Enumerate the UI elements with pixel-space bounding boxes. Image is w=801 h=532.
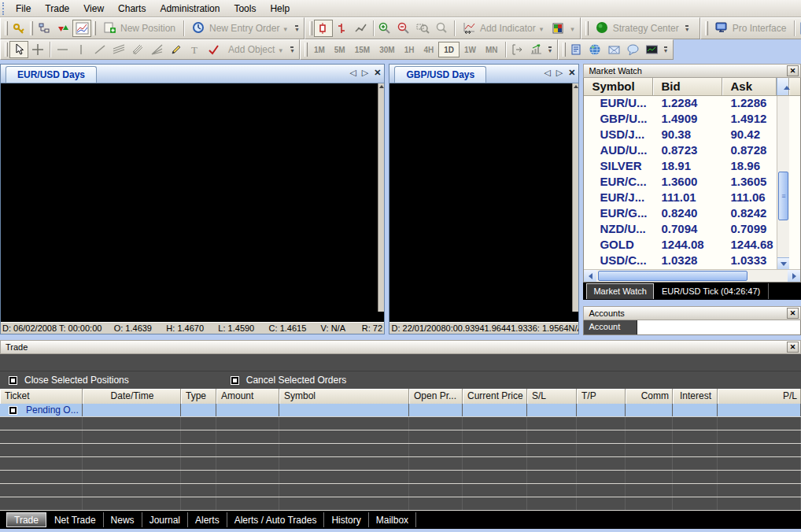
toolbar-overflow-icon[interactable] <box>293 20 301 36</box>
chat-button[interactable] <box>624 41 643 58</box>
scroll-left-icon[interactable] <box>584 270 596 282</box>
symbol-column-header[interactable]: Symbol <box>584 78 653 95</box>
add-indicator-button[interactable]: Add Indicator <box>457 20 548 37</box>
vertical-line-tool-button[interactable] <box>72 41 90 58</box>
col-comm[interactable]: Comm <box>626 389 673 404</box>
next-chart-icon[interactable] <box>556 68 563 78</box>
web-browser-button[interactable] <box>586 41 605 58</box>
mail-button[interactable] <box>605 41 624 58</box>
horizontal-line-tool-button[interactable] <box>53 41 72 58</box>
col-pl[interactable]: P/L <box>718 389 801 404</box>
tab-net-trade[interactable]: Net Trade <box>47 512 104 527</box>
new-entry-order-button[interactable]: New Entry Order <box>186 20 293 37</box>
pending-orders-row[interactable]: Pending O... <box>0 404 801 417</box>
buy-sell-arrows-button[interactable] <box>54 20 72 37</box>
col-tp[interactable]: T/P <box>577 389 626 404</box>
timeframe-1h-button[interactable]: 1H <box>400 42 419 57</box>
col-symbol[interactable]: Symbol <box>279 389 409 404</box>
eurusd-candles-canvas[interactable] <box>1 83 382 312</box>
fan-lines-tool-button[interactable] <box>147 41 166 58</box>
auto-scroll-button[interactable] <box>527 41 546 58</box>
market-row[interactable]: EUR/C...1.36001.3605 <box>584 175 777 190</box>
tab-journal[interactable]: Journal <box>142 512 188 527</box>
timeframe-15m-button[interactable]: 15M <box>350 42 375 57</box>
chart-shift-button[interactable] <box>508 41 527 58</box>
menu-tools[interactable]: Tools <box>227 1 263 17</box>
timeframe-mn-button[interactable]: MN <box>481 42 503 57</box>
hscroll-thumb[interactable] <box>598 271 747 281</box>
market-row[interactable]: SILVER18.9118.96 <box>584 159 777 175</box>
candlestick-chart-button[interactable] <box>314 20 333 37</box>
pro-interface-button[interactable]: Pro Interface <box>710 20 792 37</box>
tab-alerts-auto-trades[interactable]: Alerts / Auto Trades <box>227 512 325 527</box>
terminal-button[interactable] <box>643 41 662 58</box>
bid-column-header[interactable]: Bid <box>653 78 722 95</box>
market-row[interactable]: USD/J...90.3890.42 <box>584 127 777 143</box>
zoom-area-button[interactable] <box>414 20 433 37</box>
col-datetime[interactable]: Date/Time <box>83 389 181 404</box>
close-chart-icon[interactable] <box>568 68 575 78</box>
account-column-header[interactable]: Account <box>584 320 637 334</box>
col-sl[interactable]: S/L <box>527 389 577 404</box>
tab-news[interactable]: News <box>104 512 142 527</box>
add-object-button[interactable]: Add Object <box>223 41 288 58</box>
tab-eurusd-days[interactable]: EUR/USD Days <box>6 66 97 83</box>
timeframe-4h-button[interactable]: 4H <box>419 42 438 57</box>
tab-market-watch[interactable]: Market Watch <box>586 283 653 299</box>
draw-tool-button[interactable] <box>166 41 185 58</box>
scroll-down-icon[interactable] <box>777 257 789 269</box>
timeframe-5m-button[interactable]: 5M <box>330 42 350 57</box>
scroll-right-icon[interactable] <box>788 270 800 282</box>
chart-colors-button[interactable] <box>548 20 567 37</box>
timeframe-1w-button[interactable]: 1W <box>460 42 481 57</box>
draw-toolbar-overflow-icon[interactable] <box>288 42 297 57</box>
scroll-up-icon[interactable] <box>777 78 789 95</box>
tab-trade[interactable]: Trade <box>6 512 46 527</box>
accounts-tree-button[interactable] <box>35 20 54 37</box>
symbol-mark-tool-button[interactable] <box>204 41 223 58</box>
close-icon[interactable]: ✕ <box>787 308 799 319</box>
market-row[interactable]: AUD/U...0.87230.8728 <box>584 143 777 159</box>
crosshair-tool-button[interactable] <box>28 41 47 58</box>
text-tool-button[interactable]: T <box>185 41 204 58</box>
timeframe-30m-button[interactable]: 30M <box>375 42 399 57</box>
line-chart-button[interactable] <box>352 20 371 37</box>
market-row[interactable]: EUR/U...1.22841.2286 <box>584 96 777 112</box>
new-entry-order-caret-icon[interactable] <box>283 23 287 34</box>
add-indicator-caret-icon[interactable] <box>540 23 544 34</box>
market-row[interactable]: NZD/U...0.70940.7099 <box>584 222 777 238</box>
zoom-in-button[interactable] <box>376 20 395 37</box>
tab-history[interactable]: History <box>324 512 368 527</box>
pointer-tool-button[interactable] <box>9 41 28 58</box>
tab-mailbox[interactable]: Mailbox <box>369 512 416 527</box>
eurusd-axis-scrollbar[interactable] <box>378 83 384 312</box>
timeframe-1m-button[interactable]: 1M <box>309 42 330 57</box>
market-row[interactable]: GBP/U...1.49091.4912 <box>584 112 777 127</box>
next-chart-icon[interactable] <box>362 68 368 78</box>
connection-key-button[interactable] <box>9 20 28 37</box>
market-row[interactable]: GOLD1244.081244.68 <box>584 238 777 253</box>
trendline-tool-button[interactable] <box>90 41 109 58</box>
zoom-default-button[interactable] <box>433 20 452 37</box>
market-row[interactable]: USD/C...1.03281.0333 <box>584 253 777 269</box>
timeframe-toolbar-overflow-icon[interactable] <box>546 42 555 57</box>
ohlc-bar-chart-button[interactable] <box>333 20 352 37</box>
apps-toolbar-overflow-icon[interactable] <box>662 42 670 57</box>
market-watch-hscrollbar[interactable] <box>584 269 800 282</box>
add-object-caret-icon[interactable] <box>279 44 282 55</box>
prev-chart-icon[interactable] <box>349 68 356 78</box>
col-type[interactable]: Type <box>181 389 216 404</box>
gbpusd-candles-canvas[interactable] <box>389 83 573 312</box>
market-watch-vscrollbar[interactable] <box>777 96 789 269</box>
close-icon[interactable]: ✕ <box>787 342 799 353</box>
arrange-windows-button[interactable] <box>797 20 801 37</box>
menu-administration[interactable]: Administration <box>153 1 227 17</box>
row-checkbox[interactable] <box>9 407 17 414</box>
notes-button[interactable] <box>567 41 586 58</box>
gbpusd-axis-scrollbar[interactable] <box>572 83 578 312</box>
eurusd-chart-plot[interactable] <box>1 83 384 312</box>
ask-column-header[interactable]: Ask <box>722 78 777 95</box>
col-current-price[interactable]: Current Price <box>463 389 527 404</box>
chart-window-button[interactable] <box>72 20 91 37</box>
timeframe-1d-button[interactable]: 1D <box>438 42 460 57</box>
